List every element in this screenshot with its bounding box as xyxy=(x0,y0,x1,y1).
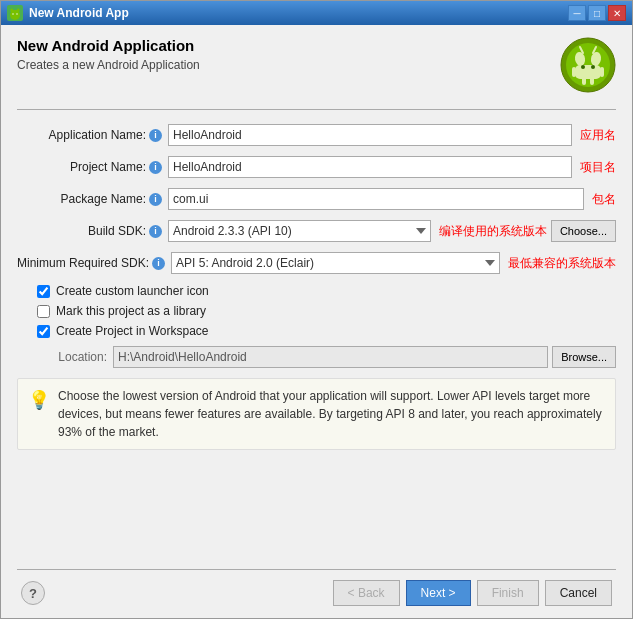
app-name-label: Application Name: i xyxy=(17,128,162,142)
build-sdk-info-icon[interactable]: i xyxy=(149,225,162,238)
svg-rect-14 xyxy=(600,67,604,77)
min-sdk-dropdown-wrap: API 5: Android 2.0 (Eclair)API 8: Androi… xyxy=(171,252,616,274)
svg-point-12 xyxy=(591,65,595,69)
mark-library-label[interactable]: Mark this project as a library xyxy=(56,304,206,318)
next-button[interactable]: Next > xyxy=(406,580,471,606)
project-name-annotation: 项目名 xyxy=(580,159,616,176)
main-window: New Android App ─ □ ✕ New Android Applic… xyxy=(0,0,633,619)
app-name-row: Application Name: i 应用名 xyxy=(17,124,616,146)
minimize-button[interactable]: ─ xyxy=(568,5,586,21)
back-button[interactable]: < Back xyxy=(333,580,400,606)
dialog-content: New Android Application Creates a new An… xyxy=(1,25,632,618)
project-name-input[interactable] xyxy=(168,156,572,178)
button-row: ? < Back Next > Finish Cancel xyxy=(17,580,616,606)
custom-launcher-label[interactable]: Create custom launcher icon xyxy=(56,284,209,298)
project-name-info-icon[interactable]: i xyxy=(149,161,162,174)
info-box: 💡 Choose the lowest version of Android t… xyxy=(17,378,616,450)
package-name-row: Package Name: i 包名 xyxy=(17,188,616,210)
dialog-subtitle: Creates a new Android Application xyxy=(17,58,200,72)
nav-buttons: < Back Next > Finish Cancel xyxy=(333,580,612,606)
create-workspace-label[interactable]: Create Project in Workspace xyxy=(56,324,209,338)
svg-rect-13 xyxy=(572,67,576,77)
svg-point-4 xyxy=(16,13,17,14)
bottom-divider xyxy=(17,569,616,570)
svg-rect-8 xyxy=(575,65,601,79)
checkboxes-section: Create custom launcher icon Mark this pr… xyxy=(17,284,616,338)
finish-button[interactable]: Finish xyxy=(477,580,539,606)
min-sdk-info-icon[interactable]: i xyxy=(152,257,165,270)
package-name-input[interactable] xyxy=(168,188,584,210)
cancel-button[interactable]: Cancel xyxy=(545,580,612,606)
mark-library-checkbox[interactable] xyxy=(37,305,50,318)
header-section: New Android Application Creates a new An… xyxy=(17,37,616,93)
build-sdk-row: Build SDK: i Android 2.3.3 (API 10)Andro… xyxy=(17,220,616,242)
package-name-info-icon[interactable]: i xyxy=(149,193,162,206)
build-sdk-dropdown-wrap: Android 2.3.3 (API 10)Android 4.0 (API 1… xyxy=(168,220,616,242)
build-sdk-label: Build SDK: i xyxy=(17,224,162,238)
min-sdk-select[interactable]: API 5: Android 2.0 (Eclair)API 8: Androi… xyxy=(171,252,500,274)
package-name-annotation: 包名 xyxy=(592,191,616,208)
project-name-label: Project Name: i xyxy=(17,160,162,174)
close-button[interactable]: ✕ xyxy=(608,5,626,21)
app-name-info-icon[interactable]: i xyxy=(149,129,162,142)
svg-point-3 xyxy=(12,13,13,14)
bulb-icon: 💡 xyxy=(28,389,50,411)
window-title: New Android App xyxy=(29,6,568,20)
app-name-annotation: 应用名 xyxy=(580,127,616,144)
location-input[interactable] xyxy=(113,346,548,368)
min-sdk-label: Minimum Required SDK: i xyxy=(17,256,165,270)
mark-library-row: Mark this project as a library xyxy=(17,304,616,318)
min-sdk-annotation: 最低兼容的系统版本 xyxy=(508,255,616,272)
maximize-button[interactable]: □ xyxy=(588,5,606,21)
info-text: Choose the lowest version of Android tha… xyxy=(58,387,605,441)
window-icon xyxy=(7,5,23,21)
form-section: Application Name: i 应用名 Project Name: i … xyxy=(17,124,616,462)
svg-point-11 xyxy=(581,65,585,69)
help-button[interactable]: ? xyxy=(21,581,45,605)
location-label: Location: xyxy=(37,350,107,364)
header-text: New Android Application Creates a new An… xyxy=(17,37,200,72)
build-sdk-select[interactable]: Android 2.3.3 (API 10)Android 4.0 (API 1… xyxy=(168,220,431,242)
svg-rect-16 xyxy=(590,77,594,85)
android-logo xyxy=(560,37,616,93)
create-workspace-checkbox[interactable] xyxy=(37,325,50,338)
custom-launcher-checkbox[interactable] xyxy=(37,285,50,298)
create-workspace-row: Create Project in Workspace xyxy=(17,324,616,338)
build-sdk-choose-button[interactable]: Choose... xyxy=(551,220,616,242)
browse-button[interactable]: Browse... xyxy=(552,346,616,368)
project-name-row: Project Name: i 项目名 xyxy=(17,156,616,178)
package-name-label: Package Name: i xyxy=(17,192,162,206)
custom-launcher-row: Create custom launcher icon xyxy=(17,284,616,298)
header-divider xyxy=(17,109,616,110)
app-name-input[interactable] xyxy=(168,124,572,146)
window-controls: ─ □ ✕ xyxy=(568,5,626,21)
title-bar: New Android App ─ □ ✕ xyxy=(1,1,632,25)
dialog-title: New Android Application xyxy=(17,37,200,54)
svg-rect-15 xyxy=(582,77,586,85)
location-row: Location: Browse... xyxy=(17,346,616,368)
build-sdk-annotation: 编译使用的系统版本 xyxy=(439,223,547,240)
min-sdk-row: Minimum Required SDK: i API 5: Android 2… xyxy=(17,252,616,274)
